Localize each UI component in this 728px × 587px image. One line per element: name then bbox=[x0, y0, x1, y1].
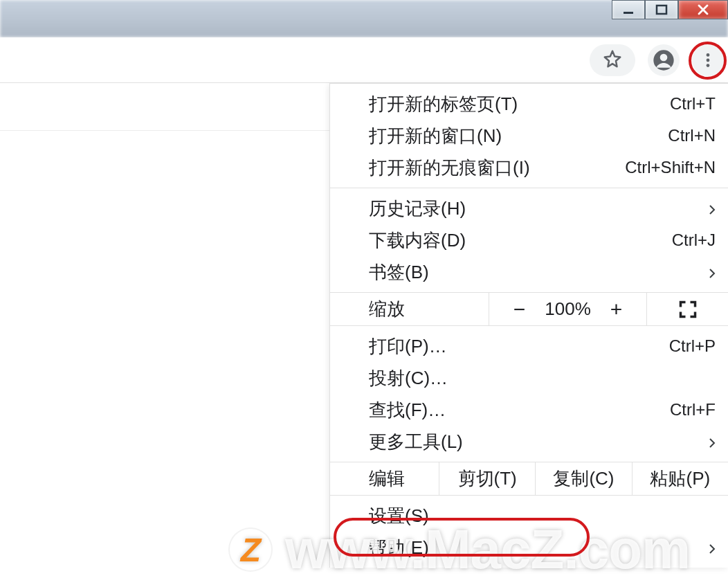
menu-section-history: 历史记录(H) 下载内容(D) Ctrl+J 书签(B) bbox=[330, 188, 728, 293]
edit-label: 编辑 bbox=[330, 462, 439, 495]
menu-label: 打开新的无痕窗口(I) bbox=[369, 156, 625, 180]
fullscreen-icon bbox=[678, 300, 698, 319]
browser-toolbar bbox=[0, 37, 728, 83]
menu-item-incognito[interactable]: 打开新的无痕窗口(I) Ctrl+Shift+N bbox=[330, 152, 728, 183]
svg-rect-1 bbox=[657, 6, 666, 14]
menu-button-highlight bbox=[689, 42, 727, 80]
menu-label: 下载内容(D) bbox=[369, 228, 672, 253]
window-controls bbox=[612, 0, 728, 19]
submenu-arrow-icon bbox=[702, 431, 716, 453]
menu-label: 打印(P)… bbox=[369, 334, 669, 359]
submenu-arrow-icon bbox=[702, 537, 716, 559]
maximize-icon bbox=[655, 3, 668, 16]
zoom-in-button[interactable]: + bbox=[610, 298, 623, 321]
menu-label: 历史记录(H) bbox=[369, 197, 702, 221]
zoom-label: 缩放 bbox=[330, 293, 489, 325]
menu-item-more-tools[interactable]: 更多工具(L) bbox=[330, 426, 728, 458]
menu-label: 查找(F)… bbox=[369, 398, 670, 422]
menu-shortcut: Ctrl+P bbox=[669, 336, 716, 356]
menu-item-zoom: 缩放 − 100% + bbox=[330, 293, 728, 326]
edit-copy-button[interactable]: 复制(C) bbox=[536, 462, 632, 495]
svg-rect-0 bbox=[624, 12, 633, 14]
fullscreen-button[interactable] bbox=[647, 300, 728, 319]
submenu-arrow-icon bbox=[702, 262, 716, 283]
zoom-value: 100% bbox=[545, 298, 591, 320]
close-icon bbox=[697, 3, 709, 16]
menu-shortcut: Ctrl+J bbox=[672, 231, 716, 250]
zoom-out-button[interactable]: − bbox=[513, 298, 526, 321]
profile-button[interactable] bbox=[648, 44, 680, 76]
chrome-menu: 打开新的标签页(T) Ctrl+T 打开新的窗口(N) Ctrl+N 打开新的无… bbox=[329, 83, 728, 568]
menu-label: 打开新的窗口(N) bbox=[369, 124, 668, 148]
menu-shortcut: Ctrl+T bbox=[670, 94, 716, 114]
menu-label: 书签(B) bbox=[369, 260, 702, 285]
edit-paste-button[interactable]: 粘贴(P) bbox=[633, 462, 728, 495]
menu-section-tools: 打印(P)… Ctrl+P 投射(C)… 查找(F)… Ctrl+F 更多工具(… bbox=[330, 326, 728, 462]
submenu-arrow-icon bbox=[702, 198, 716, 219]
close-button[interactable] bbox=[678, 0, 728, 19]
maximize-button[interactable] bbox=[645, 0, 678, 19]
menu-item-downloads[interactable]: 下载内容(D) Ctrl+J bbox=[330, 224, 728, 256]
menu-item-edit: 编辑 剪切(T) 复制(C) 粘贴(P) bbox=[330, 462, 728, 496]
menu-item-new-tab[interactable]: 打开新的标签页(T) Ctrl+T bbox=[330, 88, 728, 120]
menu-item-print[interactable]: 打印(P)… Ctrl+P bbox=[330, 330, 728, 362]
menu-shortcut: Ctrl+N bbox=[668, 126, 716, 145]
bookmark-area bbox=[590, 44, 635, 76]
menu-label: 投射(C)… bbox=[369, 366, 716, 390]
menu-item-bookmarks[interactable]: 书签(B) bbox=[330, 256, 728, 288]
menu-item-find[interactable]: 查找(F)… Ctrl+F bbox=[330, 394, 728, 426]
menu-shortcut: Ctrl+F bbox=[670, 400, 716, 419]
menu-shortcut: Ctrl+Shift+N bbox=[625, 158, 716, 177]
minimize-icon bbox=[622, 3, 635, 16]
menu-item-cast[interactable]: 投射(C)… bbox=[330, 362, 728, 394]
settings-highlight bbox=[334, 518, 590, 557]
edit-cut-button[interactable]: 剪切(T) bbox=[439, 462, 536, 495]
menu-section-tabs: 打开新的标签页(T) Ctrl+T 打开新的窗口(N) Ctrl+N 打开新的无… bbox=[330, 84, 728, 188]
menu-item-history[interactable]: 历史记录(H) bbox=[330, 192, 728, 224]
svg-point-3 bbox=[660, 54, 668, 62]
page-content bbox=[0, 83, 329, 587]
minimize-button[interactable] bbox=[612, 0, 645, 19]
menu-item-new-window[interactable]: 打开新的窗口(N) Ctrl+N bbox=[330, 120, 728, 152]
menu-label: 更多工具(L) bbox=[369, 430, 702, 454]
profile-icon bbox=[653, 49, 675, 71]
menu-label: 打开新的标签页(T) bbox=[369, 92, 670, 116]
star-icon[interactable] bbox=[602, 48, 623, 72]
